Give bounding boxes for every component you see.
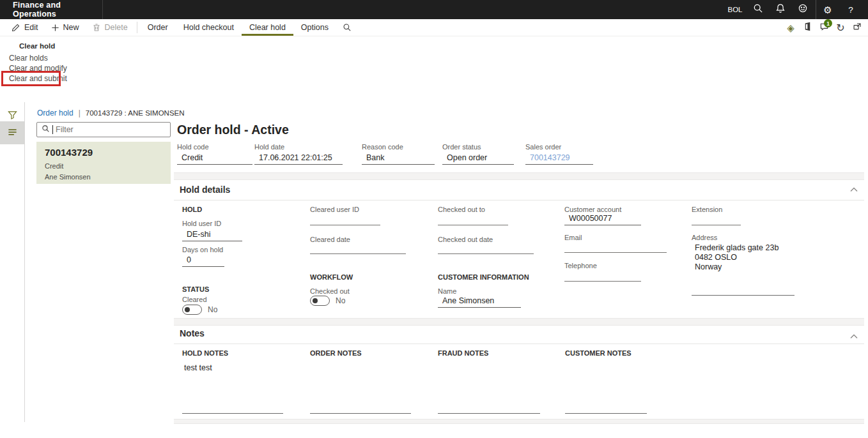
plus-icon (51, 24, 59, 32)
filter-placeholder: Filter (56, 125, 74, 134)
collapse-section-button[interactable] (849, 331, 858, 337)
app-title[interactable]: Finance and Operations (0, 0, 103, 19)
open-in-new-window-button[interactable] (849, 19, 865, 36)
search-icon (753, 3, 763, 16)
telephone-label: Telephone (564, 262, 597, 269)
settings-button[interactable]: ⚙ (818, 0, 838, 19)
order-status-label: Order status (442, 143, 481, 151)
record-hold-code: Credit (45, 162, 171, 170)
order-notes-input-line[interactable] (310, 413, 411, 414)
tab-order[interactable]: Order (140, 19, 176, 36)
actionbar-search-button[interactable] (336, 19, 358, 36)
toggle-pill (182, 305, 202, 315)
refresh-icon: ↻ (836, 23, 844, 33)
notifications-button[interactable] (770, 0, 791, 19)
actionbar-separator (137, 22, 137, 33)
menu-item-clear-holds[interactable]: Clear holds (9, 54, 48, 63)
hold-details-section-title: Hold details (180, 185, 230, 195)
sales-order-label: Sales order (525, 143, 561, 151)
extension-value[interactable] (692, 213, 741, 225)
address-line-2: 0482 OSLO (695, 253, 779, 262)
checked-out-date-value[interactable] (438, 242, 534, 254)
search-button[interactable] (748, 0, 768, 19)
name-value[interactable]: Ane Simonsen (438, 296, 521, 308)
cleared-toggle[interactable]: No (182, 305, 217, 315)
fraud-notes-label: FRAUD NOTES (438, 349, 488, 357)
hold-notes-label: HOLD NOTES (182, 349, 228, 357)
checked-out-to-value[interactable] (438, 213, 508, 225)
checked-out-toggle-value: No (336, 296, 345, 305)
customer-account-value[interactable]: W00050077 (564, 213, 641, 225)
action-bar-right-icons: ◈ 1 ↻ (782, 19, 865, 36)
order-notes-label: ORDER NOTES (310, 349, 362, 357)
hold-notes-value[interactable]: test test (184, 363, 212, 372)
office-apps-button[interactable] (799, 19, 816, 36)
power-apps-icon: ◈ (787, 23, 794, 33)
status-group-label: STATUS (182, 285, 209, 293)
address-line-1: Frederik glads gate 23b (695, 243, 779, 253)
list-view-button[interactable] (0, 121, 24, 144)
edit-button[interactable]: Edit (5, 19, 45, 36)
new-window-icon (853, 22, 862, 34)
collapse-section-button[interactable] (849, 184, 858, 190)
checked-out-toggle[interactable]: No (310, 296, 345, 306)
section-gap (174, 419, 864, 424)
section-header-rule (174, 344, 864, 344)
bell-icon (775, 3, 786, 16)
refresh-button[interactable]: ↻ (832, 19, 849, 36)
action-bar: Edit New Delete Order Hold checkout Clea… (0, 19, 868, 36)
hold-user-id-value[interactable]: DE-shi (182, 229, 242, 241)
toggle-pill (310, 296, 330, 306)
feedback-button[interactable] (793, 0, 813, 19)
delete-button[interactable]: Delete (86, 19, 134, 36)
customer-account-label: Customer account (564, 206, 621, 213)
email-value[interactable] (564, 241, 667, 253)
record-id: 700143729 (45, 147, 171, 158)
hold-date-label: Hold date (254, 143, 284, 151)
tab-clear-hold[interactable]: Clear hold (242, 19, 293, 36)
reason-code-value[interactable]: Bank (362, 153, 435, 165)
sales-order-link[interactable]: 700143729 (525, 153, 593, 165)
toggle-knob (185, 307, 190, 312)
tab-hold-checkout[interactable]: Hold checkout (176, 19, 242, 36)
edit-label: Edit (24, 23, 38, 32)
messages-button[interactable]: 1 (816, 19, 832, 36)
toggle-knob (313, 298, 318, 303)
notes-section-title: Notes (180, 328, 205, 338)
hold-date-value[interactable]: 17.06.2021 22:01:25 (254, 153, 343, 165)
order-status-value[interactable]: Open order (442, 153, 514, 165)
topbar-divider (816, 0, 816, 19)
new-button[interactable]: New (45, 19, 86, 36)
days-on-hold-value[interactable]: 0 (182, 255, 224, 267)
page-title: Order hold - Active (177, 123, 289, 137)
record-list-item[interactable]: 700143729 Credit Ane Simonsen (36, 142, 171, 184)
breadcrumb-separator: | (79, 109, 81, 117)
flyout-title: Clear hold (19, 42, 55, 50)
delete-label: Delete (105, 23, 128, 32)
power-apps-button[interactable]: ◈ (782, 19, 799, 36)
name-label: Name (438, 287, 456, 295)
hold-user-id-label: Hold user ID (182, 220, 221, 227)
help-button[interactable]: ? (841, 0, 861, 19)
hold-group-label: HOLD (182, 206, 202, 213)
search-icon (343, 23, 352, 32)
cleared-date-value[interactable] (310, 242, 406, 254)
filter-input[interactable]: Filter (36, 122, 171, 137)
telephone-value[interactable] (564, 269, 641, 282)
record-customer-name: Ane Simonsen (45, 173, 171, 181)
checked-out-to-label: Checked out to (438, 206, 485, 213)
office-apps-icon (803, 22, 812, 34)
address-extra-field[interactable] (692, 295, 794, 296)
hold-notes-input-line[interactable] (182, 413, 283, 414)
address-line-3: Norway (695, 262, 779, 272)
customer-notes-input-line[interactable] (565, 413, 647, 414)
breadcrumb-page-link[interactable]: Order hold (37, 109, 74, 117)
search-icon (42, 124, 50, 135)
funnel-icon (8, 110, 17, 123)
workflow-group-label: WORKFLOW (310, 273, 353, 281)
fraud-notes-input-line[interactable] (438, 413, 540, 414)
hold-code-value[interactable]: Credit (177, 153, 252, 165)
tab-options[interactable]: Options (293, 19, 336, 36)
new-label: New (63, 23, 79, 32)
cleared-user-id-value[interactable] (310, 213, 380, 225)
